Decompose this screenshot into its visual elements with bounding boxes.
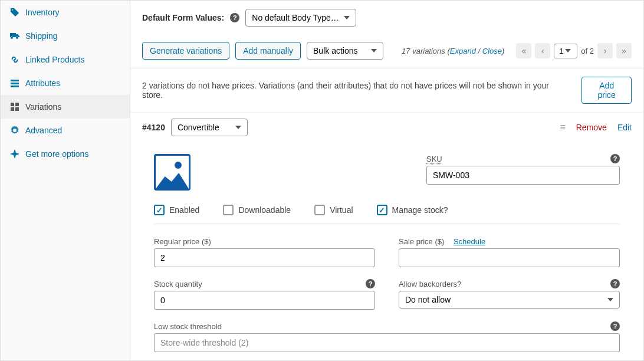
manage-stock-checkbox[interactable]: Manage stock? (377, 205, 448, 215)
regular-price-input[interactable] (154, 248, 375, 267)
pager: « ‹ 1 of 2 › » (516, 43, 632, 58)
variation-image-placeholder[interactable] (154, 154, 190, 191)
default-form-label: Default Form Values: (142, 13, 224, 22)
sidebar-item-label: Variations (25, 102, 61, 111)
backorders-label: Allow backorders? (399, 280, 461, 288)
stock-qty-label: Stock quantity (154, 280, 202, 288)
pager-page-select[interactable]: 1 (554, 44, 577, 58)
stock-qty-input[interactable] (154, 291, 375, 310)
help-icon[interactable]: ? (610, 279, 620, 288)
help-icon[interactable]: ? (230, 13, 239, 22)
sidebar-item-attributes[interactable]: Attributes (1, 71, 130, 95)
pager-first-button[interactable]: « (516, 43, 531, 58)
pager-prev-button[interactable]: ‹ (535, 43, 550, 58)
list-icon (10, 78, 19, 88)
sidebar-item-label: Shipping (25, 31, 58, 41)
sidebar-item-linked-products[interactable]: Linked Products (1, 48, 130, 71)
variation-flags: Enabled Downloadable Virtual Manage stoc… (154, 205, 620, 224)
checkbox-icon (154, 205, 165, 215)
low-stock-input[interactable] (154, 333, 620, 352)
remove-variation-link[interactable]: Remove (576, 123, 607, 132)
sparkle-icon (10, 149, 19, 159)
low-stock-label: Low stock threshold (154, 322, 222, 331)
bulk-actions-select[interactable]: Bulk actions (307, 42, 383, 60)
sidebar-item-more-options[interactable]: Get more options (1, 142, 130, 166)
tag-icon (10, 8, 19, 17)
link-icon (10, 55, 19, 64)
variation-header: #4120 Convertible ≡ Remove Edit (130, 113, 643, 142)
main-panel: Default Form Values: ? No default Body T… (130, 1, 643, 360)
variation-id: #4120 (142, 123, 165, 132)
checkbox-icon (314, 205, 325, 215)
help-icon[interactable]: ? (610, 321, 620, 331)
truck-icon (10, 31, 19, 41)
sidebar-item-label: Inventory (25, 8, 60, 17)
schedule-link[interactable]: Schedule (454, 237, 485, 246)
help-icon[interactable]: ? (610, 154, 620, 163)
virtual-checkbox[interactable]: Virtual (314, 205, 353, 215)
sidebar-item-variations[interactable]: Variations (1, 95, 130, 119)
drag-handle-icon[interactable]: ≡ (560, 122, 565, 133)
pager-total: of 2 (581, 47, 594, 55)
sidebar-item-inventory[interactable]: Inventory (1, 1, 130, 24)
sidebar-item-advanced[interactable]: Advanced (1, 119, 130, 142)
default-form-row: Default Form Values: ? No default Body T… (130, 1, 643, 36)
variation-panel: SKU ? Enabled Downloadable Virtual (130, 142, 643, 360)
sidebar-item-label: Advanced (25, 126, 62, 135)
default-form-select[interactable]: No default Body Type… (245, 9, 356, 27)
expand-link[interactable]: Expand (450, 47, 476, 55)
product-data-sidebar: Inventory Shipping Linked Products Attri… (1, 1, 130, 360)
edit-variation-link[interactable]: Edit (617, 123, 632, 132)
pager-next-button[interactable]: › (597, 43, 613, 58)
sku-label: SKU (426, 155, 442, 163)
pager-last-button[interactable]: » (616, 43, 632, 58)
sidebar-item-label: Get more options (25, 149, 88, 159)
sidebar-item-label: Linked Products (25, 55, 84, 64)
enabled-checkbox[interactable]: Enabled (154, 205, 199, 215)
generate-variations-button[interactable]: Generate variations (142, 42, 229, 60)
sidebar-item-shipping[interactable]: Shipping (1, 24, 130, 48)
add-price-button[interactable]: Add price (581, 77, 632, 104)
help-icon[interactable]: ? (366, 279, 375, 288)
notice-text: 2 variations do not have prices. Variati… (142, 81, 567, 100)
price-notice: 2 variations do not have prices. Variati… (130, 68, 643, 113)
checkbox-icon (223, 205, 234, 215)
checkbox-icon (377, 205, 387, 215)
gear-icon (10, 126, 19, 135)
close-link[interactable]: Close (482, 47, 502, 55)
sidebar-item-label: Attributes (25, 78, 60, 88)
variations-toolbar: Generate variations Add manually Bulk ac… (130, 36, 643, 68)
downloadable-checkbox[interactable]: Downloadable (223, 205, 291, 215)
backorders-select[interactable]: Do not allow (399, 291, 620, 309)
grid-icon (10, 102, 19, 111)
sale-price-label: Sale price ($) (399, 237, 444, 246)
sale-price-input[interactable] (399, 248, 620, 267)
sku-input[interactable] (426, 166, 620, 185)
variation-attribute-select[interactable]: Convertible (171, 119, 248, 136)
variation-count: 17 variations (Expand / Close) (402, 47, 504, 55)
regular-price-label: Regular price ($) (154, 237, 211, 246)
add-manually-button[interactable]: Add manually (235, 42, 301, 60)
